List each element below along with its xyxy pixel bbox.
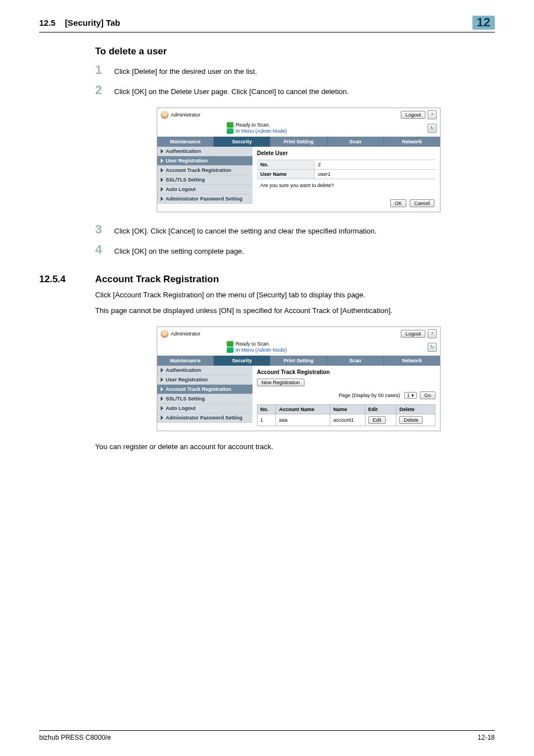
col-delete: Delete [396,405,435,414]
footer-product: bizhub PRESS C8000/e [39,734,111,741]
chapter-number-badge: 12 [472,16,495,30]
sidebar-item-account-track-registration[interactable]: Account Track Registration [157,166,252,175]
sidebar-item-admin-pw[interactable]: Administrator Password Setting [157,194,252,204]
subheading-delete-user: To delete a user [95,46,495,57]
logout-button[interactable]: Logout [401,330,425,338]
logout-button[interactable]: Logout [401,111,425,119]
col-account-name: Account Name [276,405,330,414]
edit-button[interactable]: Edit [368,416,386,424]
step-text-3: Click [OK]. Click [Cancel] to cancel the… [114,226,377,237]
tab-network[interactable]: Network [384,137,440,147]
running-header: 12.5 [Security] Tab [39,18,120,27]
cell-account-name: aaa [276,414,330,426]
status-ready: Ready to Scan. [236,341,270,347]
section-b-para-1: Click [Account Track Registration] on th… [95,290,495,301]
status-mode: In Menu (Admin Mode) [236,347,287,353]
status-mode: In Menu (Admin Mode) [236,128,287,134]
step-number-4: 4 [95,242,114,257]
col-name: Name [330,405,365,414]
sidebar-item-ssl-tls[interactable]: SSL/TLS Setting [157,175,252,185]
field-label-username: User Name [257,170,315,179]
section-title-b: Account Track Registration [95,274,219,285]
tab-scan[interactable]: Scan [327,137,384,147]
tab-network[interactable]: Network [384,356,440,366]
sidebar-item-label: Administrator Password Setting [166,415,242,421]
sidebar-item-label: User Registration [166,158,208,164]
tab-print-setting[interactable]: Print Setting [270,356,327,366]
chevron-right-icon [161,406,163,410]
col-no: No. [257,405,276,414]
sidebar-item-label: Auto Logout [166,405,195,411]
field-value-no: 2 [315,160,435,169]
delete-button[interactable]: Delete [399,416,423,424]
tab-print-setting[interactable]: Print Setting [270,137,327,147]
section-number: 12.5 [39,18,55,27]
refresh-button[interactable]: ↻ [428,343,437,352]
sidebar-item-authentication[interactable]: Authentication [157,147,252,156]
sidebar-item-label: Auto Logout [166,186,195,192]
sidebar-item-label: Authentication [166,367,201,373]
confirm-text: Are you sure you want to delete? [257,179,435,192]
chevron-right-icon [161,416,163,420]
chevron-right-icon [161,168,163,172]
sidebar-item-label: Account Track Registration [166,167,231,173]
step-number-1: 1 [95,63,114,77]
sidebar-item-label: Administrator Password Setting [166,196,242,202]
step-number-2: 2 [95,83,114,97]
pager-label: Page (Display by 50 cases) [339,393,400,398]
ok-button[interactable]: OK [390,199,406,207]
cancel-button[interactable]: Cancel [410,199,434,207]
chevron-down-icon: ▾ [411,393,414,398]
screenshot-account-track: Administrator Logout ? Ready to Scan. In… [157,326,441,431]
chevron-right-icon [161,387,163,391]
chevron-right-icon [161,149,163,153]
sidebar-item-label: Account Track Registration [166,386,231,392]
sidebar-item-auto-logout[interactable]: Auto Logout [157,404,252,413]
status-ready-icon [227,341,233,347]
sidebar-item-user-registration[interactable]: User Registration [157,156,252,166]
status-ready-icon [227,122,233,128]
panel-title: Account Track Registration [257,369,435,375]
tab-maintenance[interactable]: Maintenance [157,137,214,147]
sidebar-item-admin-pw[interactable]: Administrator Password Setting [157,413,252,423]
tab-security[interactable]: Security [214,137,270,147]
sidebar-item-label: SSL/TLS Setting [166,396,205,402]
sidebar-item-auto-logout[interactable]: Auto Logout [157,185,252,194]
tab-scan[interactable]: Scan [327,356,384,366]
go-button[interactable]: Go [420,391,435,399]
chevron-right-icon [161,368,163,372]
sidebar-item-label: SSL/TLS Setting [166,177,205,183]
new-registration-button[interactable]: New Registration [257,379,305,386]
section-number-b: 12.5.4 [39,274,95,285]
sidebar-item-authentication[interactable]: Authentication [157,366,252,375]
step-text-2: Click [OK] on the Delete User page. Clic… [114,86,349,97]
status-mode-icon [227,128,233,134]
cell-no: 1 [257,414,276,426]
status-ready: Ready to Scan. [236,122,270,128]
page-value: 1 [407,393,410,398]
chevron-right-icon [161,197,163,201]
sidebar-item-account-track-registration[interactable]: Account Track Registration [157,385,252,394]
status-mode-icon [227,347,233,353]
refresh-button[interactable]: ↻ [428,124,437,133]
cell-name: account1 [330,414,365,426]
tab-security[interactable]: Security [214,356,270,366]
col-edit: Edit [365,405,396,414]
chevron-right-icon [161,377,163,382]
help-button[interactable]: ? [428,110,437,119]
chevron-right-icon [161,178,163,182]
field-value-username: user1 [315,170,435,179]
sidebar-item-label: User Registration [166,377,208,382]
role-label: Administrator [171,331,200,337]
step-text-4: Click [OK] on the setting complete page. [114,246,244,257]
footer-page-number: 12-18 [477,734,495,741]
avatar-icon [161,330,168,338]
section-b-para-2: This page cannot be displayed unless [ON… [95,305,495,316]
page-select[interactable]: 1 ▾ [404,392,417,399]
sidebar-item-ssl-tls[interactable]: SSL/TLS Setting [157,394,252,404]
chevron-right-icon [161,158,163,163]
step-text-1: Click [Delete] for the desired user on t… [114,66,257,77]
help-button[interactable]: ? [428,329,437,338]
sidebar-item-user-registration[interactable]: User Registration [157,375,252,385]
tab-maintenance[interactable]: Maintenance [157,356,214,366]
